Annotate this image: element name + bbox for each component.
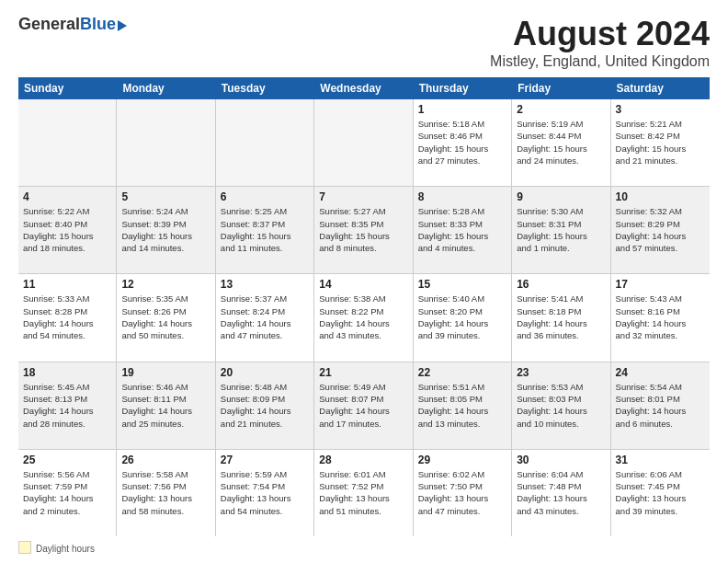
calendar-body: 1Sunrise: 5:18 AMSunset: 8:46 PMDaylight… — [18, 99, 710, 536]
day-info: and 27 minutes. — [418, 155, 506, 167]
day-info: Daylight: 14 hours — [616, 405, 705, 417]
day-info: Daylight: 14 hours — [121, 317, 210, 329]
day-info: Daylight: 14 hours — [616, 317, 705, 329]
day-info: Daylight: 13 hours — [121, 492, 210, 504]
day-number: 25 — [23, 454, 111, 466]
calendar-cell: 22Sunrise: 5:51 AMSunset: 8:05 PMDayligh… — [414, 362, 512, 449]
day-info: and 18 minutes. — [23, 242, 111, 254]
day-info: and 32 minutes. — [616, 329, 705, 341]
day-info: Sunrise: 5:58 AM — [121, 468, 210, 480]
day-number: 20 — [221, 366, 309, 379]
day-info: and 2 minutes. — [23, 505, 111, 517]
day-number: 28 — [319, 454, 407, 466]
calendar-cell: 2Sunrise: 5:19 AMSunset: 8:44 PMDaylight… — [512, 99, 610, 186]
main-title: August 2024 — [490, 15, 710, 53]
day-info: and 58 minutes. — [121, 505, 210, 517]
subtitle: Mistley, England, United Kingdom — [490, 53, 710, 70]
day-info: Daylight: 15 hours — [517, 143, 605, 155]
day-info: Sunrise: 5:37 AM — [221, 293, 309, 304]
calendar-cell: 11Sunrise: 5:33 AMSunset: 8:28 PMDayligh… — [18, 274, 117, 361]
footer: Daylight hours — [18, 540, 710, 554]
calendar-cell — [18, 99, 117, 186]
day-info: Sunrise: 5:59 AM — [221, 468, 309, 480]
day-info: Sunset: 8:20 PM — [418, 305, 506, 317]
calendar-cell: 21Sunrise: 5:49 AMSunset: 8:07 PMDayligh… — [314, 362, 413, 449]
day-number: 21 — [319, 366, 407, 379]
day-info: Sunrise: 5:24 AM — [121, 205, 210, 217]
calendar-cell: 8Sunrise: 5:28 AMSunset: 8:33 PMDaylight… — [414, 187, 512, 273]
day-info: Sunset: 7:52 PM — [319, 480, 407, 492]
day-info: Daylight: 14 hours — [517, 317, 605, 329]
calendar-cell: 31Sunrise: 6:06 AMSunset: 7:45 PMDayligh… — [611, 450, 710, 536]
day-number: 12 — [121, 278, 210, 291]
day-info: Daylight: 14 hours — [23, 492, 111, 504]
calendar-cell: 3Sunrise: 5:21 AMSunset: 8:42 PMDaylight… — [611, 99, 710, 186]
day-number: 19 — [121, 366, 210, 379]
day-info: and 21 minutes. — [616, 155, 705, 167]
day-info: Daylight: 14 hours — [23, 317, 111, 329]
day-info: Daylight: 13 hours — [221, 492, 309, 504]
day-info: Daylight: 13 hours — [517, 492, 605, 504]
day-info: Sunrise: 5:48 AM — [221, 381, 309, 393]
day-info: Sunset: 8:31 PM — [517, 218, 605, 230]
calendar-cell: 1Sunrise: 5:18 AMSunset: 8:46 PMDaylight… — [414, 99, 512, 186]
calendar-cell: 18Sunrise: 5:45 AMSunset: 8:13 PMDayligh… — [18, 362, 117, 449]
day-info: Sunset: 8:03 PM — [517, 393, 605, 405]
day-info: Sunrise: 5:32 AM — [616, 205, 705, 217]
calendar-cell: 10Sunrise: 5:32 AMSunset: 8:29 PMDayligh… — [611, 187, 710, 273]
day-info: and 8 minutes. — [319, 242, 407, 254]
day-info: and 39 minutes. — [418, 329, 506, 341]
day-info: Sunset: 8:26 PM — [121, 305, 210, 317]
day-info: Sunrise: 5:35 AM — [121, 293, 210, 304]
day-info: and 36 minutes. — [517, 329, 605, 341]
day-info: and 1 minute. — [517, 242, 605, 254]
day-info: Sunset: 8:29 PM — [616, 218, 705, 230]
day-info: Sunset: 8:40 PM — [23, 218, 111, 230]
day-info: Daylight: 15 hours — [517, 230, 605, 242]
day-info: Sunset: 8:07 PM — [319, 393, 407, 405]
day-info: Daylight: 14 hours — [221, 317, 309, 329]
day-info: Sunrise: 5:54 AM — [616, 381, 705, 393]
day-info: Sunrise: 5:45 AM — [23, 381, 111, 393]
day-info: Sunset: 8:37 PM — [221, 218, 309, 230]
calendar-cell: 4Sunrise: 5:22 AMSunset: 8:40 PMDaylight… — [18, 187, 117, 273]
calendar-cell — [314, 99, 413, 186]
day-info: Sunrise: 5:53 AM — [517, 381, 605, 393]
day-info: Sunrise: 6:04 AM — [517, 468, 605, 480]
day-number: 27 — [221, 454, 309, 466]
day-info: Daylight: 15 hours — [221, 230, 309, 242]
calendar-cell: 29Sunrise: 6:02 AMSunset: 7:50 PMDayligh… — [414, 450, 512, 536]
day-info: Daylight: 13 hours — [418, 492, 506, 504]
day-info: and 6 minutes. — [616, 418, 705, 430]
day-info: and 4 minutes. — [418, 242, 506, 254]
day-info: and 57 minutes. — [616, 242, 705, 254]
day-number: 15 — [418, 278, 506, 291]
day-info: Daylight: 14 hours — [616, 230, 705, 242]
day-info: and 47 minutes. — [221, 329, 309, 341]
calendar-row: 11Sunrise: 5:33 AMSunset: 8:28 PMDayligh… — [18, 274, 710, 362]
calendar-cell: 27Sunrise: 5:59 AMSunset: 7:54 PMDayligh… — [216, 450, 314, 536]
day-info: and 54 minutes. — [221, 505, 309, 517]
calendar-cell — [216, 99, 314, 186]
day-number: 24 — [616, 366, 705, 379]
day-number: 26 — [121, 454, 210, 466]
calendar-header-cell: Friday — [512, 77, 610, 99]
day-info: Daylight: 15 hours — [23, 230, 111, 242]
calendar-row: 4Sunrise: 5:22 AMSunset: 8:40 PMDaylight… — [18, 187, 710, 274]
logo-general-text: General — [18, 15, 80, 34]
day-info: Daylight: 14 hours — [221, 405, 309, 417]
logo-arrow-icon — [118, 20, 127, 31]
calendar-header-cell: Saturday — [611, 77, 710, 99]
day-number: 17 — [616, 278, 705, 291]
day-info: Daylight: 15 hours — [418, 230, 506, 242]
day-info: Sunset: 8:28 PM — [23, 305, 111, 317]
calendar-header-cell: Thursday — [414, 77, 512, 99]
calendar-cell: 24Sunrise: 5:54 AMSunset: 8:01 PMDayligh… — [611, 362, 710, 449]
day-number: 5 — [121, 190, 210, 203]
day-number: 13 — [221, 278, 309, 291]
calendar-header-cell: Wednesday — [314, 77, 413, 99]
day-info: Sunset: 7:56 PM — [121, 480, 210, 492]
day-info: Sunset: 8:42 PM — [616, 130, 705, 142]
day-info: Daylight: 15 hours — [616, 143, 705, 155]
day-info: Sunset: 8:33 PM — [418, 218, 506, 230]
